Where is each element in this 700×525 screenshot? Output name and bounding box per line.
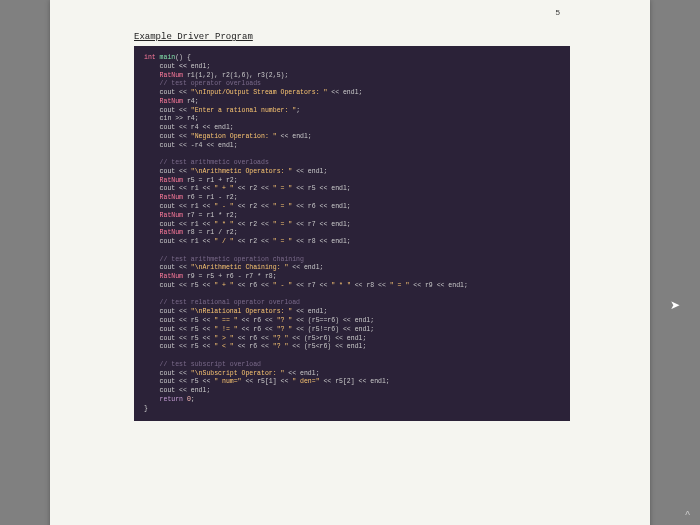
code-token: << [179, 133, 191, 140]
code-token: r5 = r1 + r2; [187, 177, 238, 184]
code-token: << (r5==r6) << endl; [292, 317, 374, 324]
caret-icon: ^ [685, 510, 690, 521]
code-token: << endl; [179, 387, 210, 394]
code-token: cout [144, 317, 179, 324]
code-token: << r8 << endl; [292, 238, 351, 245]
code-token: cout [144, 221, 179, 228]
code-token: << endl; [327, 89, 362, 96]
code-token: ; [191, 396, 195, 403]
code-token: cout [144, 203, 179, 210]
code-string: "\nRelational Operators: " [191, 308, 292, 315]
code-token: << endl; [288, 264, 323, 271]
code-string: " > " [214, 335, 234, 342]
code-token: cout [144, 238, 179, 245]
code-token: << r5 << [179, 282, 214, 289]
code-string: " = " [390, 282, 410, 289]
code-token: cout [144, 63, 179, 70]
code-token: << r7 << [292, 282, 331, 289]
code-token: << r2 << [234, 203, 273, 210]
code-string: "Enter a rational number: " [191, 107, 296, 114]
cursor-icon: ➤ [670, 298, 680, 312]
code-token: cout [144, 282, 179, 289]
code-token: RatNum [144, 229, 187, 236]
code-string: " num=" [214, 378, 241, 385]
code-token: << [179, 264, 191, 271]
code-token: << [179, 63, 187, 70]
code-token: << r5 << endl; [292, 185, 351, 192]
code-token: << [179, 168, 191, 175]
code-string: " - " [214, 203, 234, 210]
code-token: r9 = r5 + r6 - r7 * r8; [187, 273, 277, 280]
code-token: << r7 << endl; [292, 221, 351, 228]
code-token: cout [144, 124, 179, 131]
code-token: << r5 << [179, 335, 214, 342]
code-token: cout [144, 89, 179, 96]
code-token: r6 = r1 - r2; [187, 194, 238, 201]
code-string: "\nSubscript Operator: " [191, 370, 285, 377]
code-token: cout [144, 142, 179, 149]
code-token: ; [296, 107, 300, 114]
code-token: cout [144, 168, 179, 175]
code-string: "? " [277, 317, 293, 324]
code-token: << r5 << [179, 343, 214, 350]
code-comment: // test subscript overload [144, 361, 261, 368]
code-token: RatNum [144, 212, 187, 219]
code-token: << r9 << endl; [409, 282, 468, 289]
code-token: r7 = r1 * r2; [187, 212, 238, 219]
code-string: " - " [273, 282, 293, 289]
code-token: RatNum [144, 177, 187, 184]
code-token: cout [144, 343, 179, 350]
code-string: " * " [214, 221, 234, 228]
code-token: << r5[1] << [242, 378, 293, 385]
code-token: cout [144, 308, 179, 315]
code-token: cout [144, 133, 179, 140]
code-string: " != " [214, 326, 237, 333]
code-token: RatNum [144, 273, 187, 280]
code-token: << r6 << [238, 317, 277, 324]
code-token: << [179, 107, 191, 114]
code-token: << r2 << [234, 238, 273, 245]
code-token: r1(1,2), r2(1,6), r3(2,5); [187, 72, 288, 79]
code-comment: // test arithmetic overloads [144, 159, 269, 166]
code-token: << r6 << endl; [292, 203, 351, 210]
code-comment: // test arithmetic operation chaining [144, 256, 304, 263]
code-token: cout [144, 185, 179, 192]
code-string: " / " [214, 238, 234, 245]
code-token: cout [144, 326, 179, 333]
code-token: << r6 << [238, 326, 277, 333]
code-token: << r5[2] << endl; [320, 378, 390, 385]
code-token: cin [144, 115, 175, 122]
code-token: << [179, 89, 191, 96]
code-token: } [144, 405, 148, 412]
code-string: "Negation Operation: " [191, 133, 277, 140]
code-token: cout [144, 378, 179, 385]
page-number: 5 [556, 8, 560, 17]
code-token: << r1 << [179, 221, 214, 228]
code-string: "? " [273, 343, 289, 350]
code-token: << endl; [277, 133, 312, 140]
code-string: " = " [273, 221, 293, 228]
code-string: " = " [273, 185, 293, 192]
code-token: () { [175, 54, 191, 61]
code-comment: // test relational operator overload [144, 299, 300, 306]
code-token: << r2 << [234, 185, 273, 192]
code-token: << [179, 308, 191, 315]
code-string: " + " [214, 185, 234, 192]
code-token: endl; [187, 63, 210, 70]
code-token: RatNum [144, 72, 187, 79]
code-string: " + " [214, 282, 234, 289]
code-token: << (r5>r6) << endl; [288, 335, 366, 342]
code-token: << r8 << [351, 282, 390, 289]
code-token: << r1 << [179, 238, 214, 245]
code-token: << r4 << endl; [179, 124, 234, 131]
code-token: << r1 << [179, 203, 214, 210]
code-token: RatNum [144, 98, 187, 105]
code-string: " = " [273, 238, 293, 245]
code-string: "? " [277, 326, 293, 333]
code-token: << endl; [284, 370, 319, 377]
code-token: r8 = r1 / r2; [187, 229, 238, 236]
code-token: r4; [187, 98, 199, 105]
code-string: " < " [214, 343, 234, 350]
code-token: return [144, 396, 187, 403]
code-comment: // test operator overloads [144, 80, 261, 87]
